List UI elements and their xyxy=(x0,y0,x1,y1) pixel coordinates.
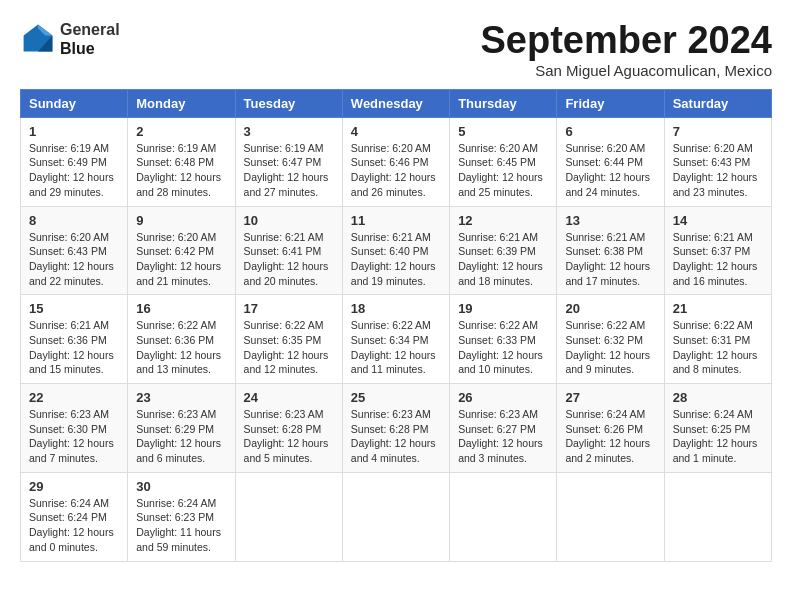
day-cell: 27Sunrise: 6:24 AMSunset: 6:26 PMDayligh… xyxy=(557,384,664,473)
day-number: 14 xyxy=(673,213,763,228)
day-info: Sunrise: 6:22 AMSunset: 6:36 PMDaylight:… xyxy=(136,318,226,377)
day-info: Sunrise: 6:20 AMSunset: 6:45 PMDaylight:… xyxy=(458,141,548,200)
day-number: 10 xyxy=(244,213,334,228)
day-cell: 16Sunrise: 6:22 AMSunset: 6:36 PMDayligh… xyxy=(128,295,235,384)
day-cell: 20Sunrise: 6:22 AMSunset: 6:32 PMDayligh… xyxy=(557,295,664,384)
day-number: 11 xyxy=(351,213,441,228)
day-number: 20 xyxy=(565,301,655,316)
day-info: Sunrise: 6:21 AMSunset: 6:38 PMDaylight:… xyxy=(565,230,655,289)
day-cell: 11Sunrise: 6:21 AMSunset: 6:40 PMDayligh… xyxy=(342,206,449,295)
day-number: 25 xyxy=(351,390,441,405)
day-info: Sunrise: 6:19 AMSunset: 6:48 PMDaylight:… xyxy=(136,141,226,200)
month-title: September 2024 xyxy=(481,20,773,62)
day-cell: 6Sunrise: 6:20 AMSunset: 6:44 PMDaylight… xyxy=(557,117,664,206)
day-number: 22 xyxy=(29,390,119,405)
day-number: 2 xyxy=(136,124,226,139)
week-row-4: 22Sunrise: 6:23 AMSunset: 6:30 PMDayligh… xyxy=(21,384,772,473)
day-info: Sunrise: 6:22 AMSunset: 6:35 PMDaylight:… xyxy=(244,318,334,377)
week-row-3: 15Sunrise: 6:21 AMSunset: 6:36 PMDayligh… xyxy=(21,295,772,384)
day-cell: 17Sunrise: 6:22 AMSunset: 6:35 PMDayligh… xyxy=(235,295,342,384)
day-cell: 23Sunrise: 6:23 AMSunset: 6:29 PMDayligh… xyxy=(128,384,235,473)
day-info: Sunrise: 6:19 AMSunset: 6:47 PMDaylight:… xyxy=(244,141,334,200)
header: General Blue September 2024 San Miguel A… xyxy=(20,20,772,79)
day-cell: 12Sunrise: 6:21 AMSunset: 6:39 PMDayligh… xyxy=(450,206,557,295)
day-number: 16 xyxy=(136,301,226,316)
day-info: Sunrise: 6:23 AMSunset: 6:27 PMDaylight:… xyxy=(458,407,548,466)
day-number: 3 xyxy=(244,124,334,139)
day-info: Sunrise: 6:22 AMSunset: 6:33 PMDaylight:… xyxy=(458,318,548,377)
day-cell: 30Sunrise: 6:24 AMSunset: 6:23 PMDayligh… xyxy=(128,472,235,561)
day-number: 27 xyxy=(565,390,655,405)
day-cell: 15Sunrise: 6:21 AMSunset: 6:36 PMDayligh… xyxy=(21,295,128,384)
day-number: 1 xyxy=(29,124,119,139)
weekday-header-saturday: Saturday xyxy=(664,89,771,117)
day-info: Sunrise: 6:23 AMSunset: 6:28 PMDaylight:… xyxy=(244,407,334,466)
day-info: Sunrise: 6:20 AMSunset: 6:46 PMDaylight:… xyxy=(351,141,441,200)
weekday-header-friday: Friday xyxy=(557,89,664,117)
day-cell: 18Sunrise: 6:22 AMSunset: 6:34 PMDayligh… xyxy=(342,295,449,384)
weekday-header-wednesday: Wednesday xyxy=(342,89,449,117)
day-cell: 24Sunrise: 6:23 AMSunset: 6:28 PMDayligh… xyxy=(235,384,342,473)
day-number: 13 xyxy=(565,213,655,228)
logo-line2: Blue xyxy=(60,39,120,58)
day-cell xyxy=(235,472,342,561)
day-info: Sunrise: 6:24 AMSunset: 6:26 PMDaylight:… xyxy=(565,407,655,466)
day-info: Sunrise: 6:21 AMSunset: 6:39 PMDaylight:… xyxy=(458,230,548,289)
day-number: 17 xyxy=(244,301,334,316)
day-info: Sunrise: 6:24 AMSunset: 6:25 PMDaylight:… xyxy=(673,407,763,466)
day-cell: 21Sunrise: 6:22 AMSunset: 6:31 PMDayligh… xyxy=(664,295,771,384)
day-cell: 28Sunrise: 6:24 AMSunset: 6:25 PMDayligh… xyxy=(664,384,771,473)
day-cell: 14Sunrise: 6:21 AMSunset: 6:37 PMDayligh… xyxy=(664,206,771,295)
week-row-2: 8Sunrise: 6:20 AMSunset: 6:43 PMDaylight… xyxy=(21,206,772,295)
day-number: 21 xyxy=(673,301,763,316)
day-cell: 22Sunrise: 6:23 AMSunset: 6:30 PMDayligh… xyxy=(21,384,128,473)
logo-icon xyxy=(20,21,56,57)
day-info: Sunrise: 6:21 AMSunset: 6:36 PMDaylight:… xyxy=(29,318,119,377)
day-number: 6 xyxy=(565,124,655,139)
day-info: Sunrise: 6:23 AMSunset: 6:28 PMDaylight:… xyxy=(351,407,441,466)
location-title: San Miguel Aguacomulican, Mexico xyxy=(481,62,773,79)
day-info: Sunrise: 6:20 AMSunset: 6:43 PMDaylight:… xyxy=(673,141,763,200)
day-cell: 4Sunrise: 6:20 AMSunset: 6:46 PMDaylight… xyxy=(342,117,449,206)
day-number: 12 xyxy=(458,213,548,228)
day-info: Sunrise: 6:20 AMSunset: 6:42 PMDaylight:… xyxy=(136,230,226,289)
day-cell: 13Sunrise: 6:21 AMSunset: 6:38 PMDayligh… xyxy=(557,206,664,295)
weekday-header-monday: Monday xyxy=(128,89,235,117)
weekday-header-tuesday: Tuesday xyxy=(235,89,342,117)
day-number: 7 xyxy=(673,124,763,139)
day-info: Sunrise: 6:21 AMSunset: 6:41 PMDaylight:… xyxy=(244,230,334,289)
day-info: Sunrise: 6:20 AMSunset: 6:43 PMDaylight:… xyxy=(29,230,119,289)
day-cell: 29Sunrise: 6:24 AMSunset: 6:24 PMDayligh… xyxy=(21,472,128,561)
day-cell: 8Sunrise: 6:20 AMSunset: 6:43 PMDaylight… xyxy=(21,206,128,295)
day-info: Sunrise: 6:21 AMSunset: 6:40 PMDaylight:… xyxy=(351,230,441,289)
day-number: 9 xyxy=(136,213,226,228)
day-cell: 7Sunrise: 6:20 AMSunset: 6:43 PMDaylight… xyxy=(664,117,771,206)
calendar-table: SundayMondayTuesdayWednesdayThursdayFrid… xyxy=(20,89,772,562)
day-number: 18 xyxy=(351,301,441,316)
day-number: 23 xyxy=(136,390,226,405)
logo: General Blue xyxy=(20,20,120,58)
day-number: 26 xyxy=(458,390,548,405)
day-info: Sunrise: 6:19 AMSunset: 6:49 PMDaylight:… xyxy=(29,141,119,200)
day-cell: 5Sunrise: 6:20 AMSunset: 6:45 PMDaylight… xyxy=(450,117,557,206)
day-info: Sunrise: 6:22 AMSunset: 6:34 PMDaylight:… xyxy=(351,318,441,377)
day-cell xyxy=(342,472,449,561)
day-cell: 26Sunrise: 6:23 AMSunset: 6:27 PMDayligh… xyxy=(450,384,557,473)
day-number: 8 xyxy=(29,213,119,228)
week-row-5: 29Sunrise: 6:24 AMSunset: 6:24 PMDayligh… xyxy=(21,472,772,561)
day-info: Sunrise: 6:22 AMSunset: 6:31 PMDaylight:… xyxy=(673,318,763,377)
week-row-1: 1Sunrise: 6:19 AMSunset: 6:49 PMDaylight… xyxy=(21,117,772,206)
day-cell xyxy=(450,472,557,561)
day-number: 29 xyxy=(29,479,119,494)
day-cell xyxy=(664,472,771,561)
day-cell: 3Sunrise: 6:19 AMSunset: 6:47 PMDaylight… xyxy=(235,117,342,206)
day-number: 19 xyxy=(458,301,548,316)
day-cell: 10Sunrise: 6:21 AMSunset: 6:41 PMDayligh… xyxy=(235,206,342,295)
day-number: 28 xyxy=(673,390,763,405)
day-cell: 9Sunrise: 6:20 AMSunset: 6:42 PMDaylight… xyxy=(128,206,235,295)
day-info: Sunrise: 6:20 AMSunset: 6:44 PMDaylight:… xyxy=(565,141,655,200)
weekday-header-thursday: Thursday xyxy=(450,89,557,117)
logo-line1: General xyxy=(60,20,120,39)
day-cell xyxy=(557,472,664,561)
logo-text: General Blue xyxy=(60,20,120,58)
